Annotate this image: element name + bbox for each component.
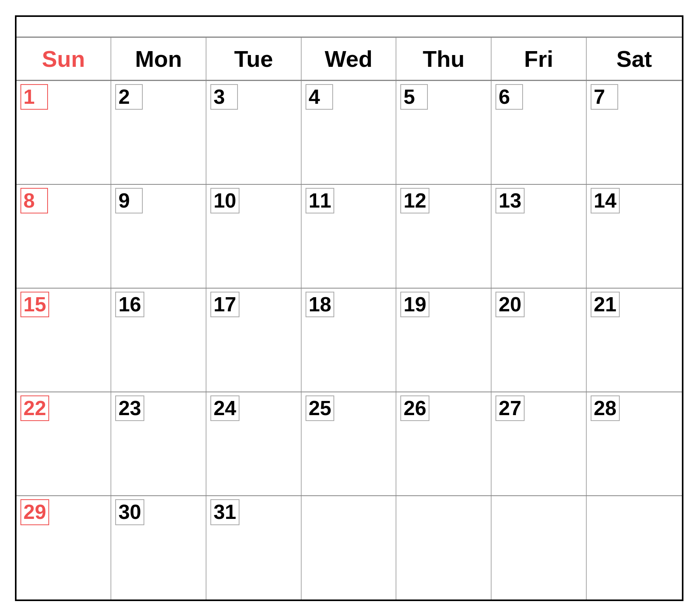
- day-cell[interactable]: [396, 496, 492, 599]
- day-number: 23: [115, 395, 144, 421]
- day-cell[interactable]: 25: [302, 392, 397, 495]
- day-cell[interactable]: 4: [302, 81, 397, 184]
- day-number: 8: [20, 188, 48, 213]
- day-cell[interactable]: [302, 496, 397, 599]
- day-cell[interactable]: 28: [587, 392, 682, 495]
- day-number: 9: [115, 188, 143, 213]
- week-row-5: 293031: [17, 496, 682, 599]
- day-number: 18: [306, 292, 335, 317]
- day-cell[interactable]: 30: [111, 496, 206, 599]
- day-number: 14: [591, 188, 620, 213]
- day-cell[interactable]: 29: [17, 496, 112, 599]
- day-header-thu: Thu: [396, 38, 492, 80]
- day-number: 30: [115, 499, 144, 525]
- week-row-3: 15161718192021: [17, 289, 682, 392]
- day-number: 7: [591, 84, 618, 110]
- day-header-sun: Sun: [17, 38, 112, 80]
- day-cell[interactable]: 14: [587, 185, 682, 288]
- day-header-sat: Sat: [587, 38, 682, 80]
- day-number: 3: [210, 84, 238, 110]
- day-number: 27: [495, 395, 525, 421]
- day-cell[interactable]: [587, 496, 682, 599]
- day-cell[interactable]: 8: [17, 185, 112, 288]
- day-header-mon: Mon: [111, 38, 206, 80]
- day-cell[interactable]: 16: [111, 289, 206, 392]
- calendar-grid: SunMonTueWedThuFriSat 123456789101112131…: [17, 38, 682, 599]
- day-cell[interactable]: 15: [17, 289, 112, 392]
- day-number: 12: [400, 188, 429, 213]
- day-number: 6: [495, 84, 523, 110]
- day-number: 19: [400, 292, 429, 317]
- day-cell[interactable]: 1: [17, 81, 112, 184]
- day-cell[interactable]: 20: [492, 289, 587, 392]
- day-headers: SunMonTueWedThuFriSat: [17, 38, 682, 81]
- day-cell[interactable]: 18: [302, 289, 397, 392]
- day-number: 10: [210, 188, 239, 213]
- day-number: 5: [400, 84, 428, 110]
- day-number: 16: [115, 292, 144, 317]
- day-cell[interactable]: 7: [587, 81, 682, 184]
- week-row-1: 1234567: [17, 81, 682, 185]
- day-number: 13: [495, 188, 525, 213]
- day-number: 1: [20, 84, 48, 110]
- weeks-container: 1234567891011121314151617181920212223242…: [17, 81, 682, 599]
- day-header-fri: Fri: [492, 38, 587, 80]
- calendar: SunMonTueWedThuFriSat 123456789101112131…: [15, 15, 683, 601]
- day-cell[interactable]: 19: [396, 289, 492, 392]
- day-header-tue: Tue: [206, 38, 302, 80]
- day-number: 29: [20, 499, 50, 525]
- day-cell[interactable]: 22: [17, 392, 112, 495]
- day-number: 20: [495, 292, 525, 317]
- week-row-2: 891011121314: [17, 185, 682, 289]
- day-number: 28: [591, 395, 620, 421]
- day-number: 21: [591, 292, 620, 317]
- day-number: 4: [306, 84, 333, 110]
- day-number: 22: [20, 395, 50, 421]
- day-cell[interactable]: 31: [206, 496, 302, 599]
- day-header-wed: Wed: [302, 38, 397, 80]
- calendar-title: [17, 17, 682, 38]
- day-number: 17: [210, 292, 239, 317]
- day-cell[interactable]: 12: [396, 185, 492, 288]
- day-cell[interactable]: 24: [206, 392, 302, 495]
- day-cell[interactable]: 5: [396, 81, 492, 184]
- day-cell[interactable]: 3: [206, 81, 302, 184]
- day-cell[interactable]: 23: [111, 392, 206, 495]
- day-cell[interactable]: 26: [396, 392, 492, 495]
- day-cell[interactable]: 10: [206, 185, 302, 288]
- day-number: 24: [210, 395, 239, 421]
- day-number: 31: [210, 499, 239, 525]
- day-cell[interactable]: 11: [302, 185, 397, 288]
- day-cell[interactable]: 2: [111, 81, 206, 184]
- day-number: 15: [20, 292, 50, 317]
- day-cell[interactable]: 27: [492, 392, 587, 495]
- day-number: 2: [115, 84, 143, 110]
- day-cell[interactable]: 9: [111, 185, 206, 288]
- day-cell[interactable]: 6: [492, 81, 587, 184]
- day-number: 26: [400, 395, 429, 421]
- day-number: 11: [306, 188, 335, 213]
- day-cell[interactable]: 17: [206, 289, 302, 392]
- day-cell[interactable]: 13: [492, 185, 587, 288]
- day-cell[interactable]: [492, 496, 587, 599]
- week-row-4: 22232425262728: [17, 392, 682, 496]
- day-cell[interactable]: 21: [587, 289, 682, 392]
- day-number: 25: [306, 395, 335, 421]
